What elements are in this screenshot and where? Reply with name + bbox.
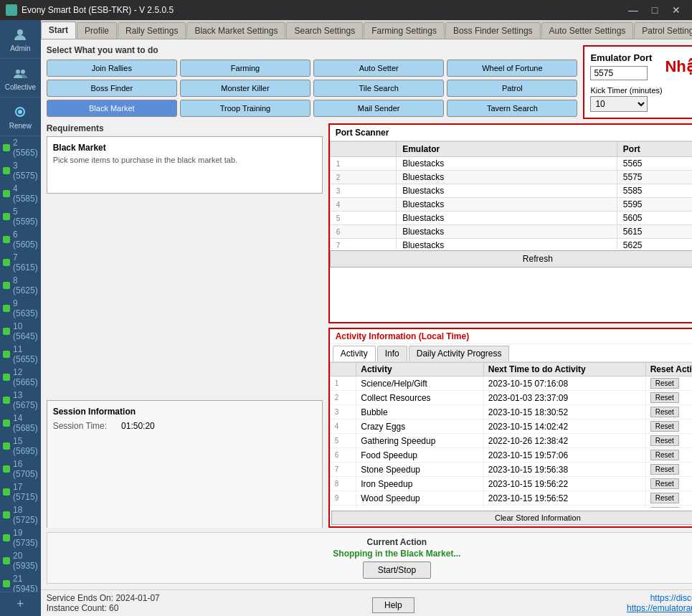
- discord-link[interactable]: https://discord.gg/rRthpfA: [627, 593, 692, 603]
- action-btn-patrol[interactable]: Patrol: [447, 80, 577, 97]
- maximize-button[interactable]: □: [645, 0, 665, 20]
- tab-profile[interactable]: Profile: [77, 22, 117, 39]
- sidebar-item-11[interactable]: 11 (5655): [0, 343, 41, 366]
- sidebar-item-9[interactable]: 9 (5635): [0, 297, 41, 320]
- session-title: Session Information: [53, 407, 316, 417]
- port-scanner-panel: Port Scanner Emulator Port: [328, 123, 692, 323]
- scanner-row[interactable]: 7Bluestacks5625: [330, 239, 692, 250]
- activity-row: 5Gathering Speedup2022-10-26 12:38:42Res…: [330, 434, 692, 448]
- activity-row: 9Wood Speedup2023-10-15 19:56:52Reset: [330, 491, 692, 506]
- sidebar-item-collective[interactable]: Collective: [0, 59, 41, 98]
- emulator-port-input[interactable]: [590, 66, 648, 80]
- reset-button[interactable]: Reset: [650, 378, 679, 389]
- num-indicator: [3, 259, 10, 266]
- sidebar-item-8[interactable]: 8 (5625): [0, 274, 41, 297]
- sidebar-add-button[interactable]: +: [0, 592, 41, 616]
- action-btn-troop-training[interactable]: Troop Training: [180, 100, 311, 117]
- close-button[interactable]: ✕: [666, 0, 686, 20]
- action-btn-monster-killer[interactable]: Monster Killer: [180, 80, 311, 97]
- activity-row: 2Collect Resources2023-01-03 23:37:09Res…: [330, 391, 692, 405]
- reset-button[interactable]: Reset: [650, 407, 679, 417]
- sidebar-item-admin[interactable]: Admin: [0, 20, 41, 59]
- tab-patrol-settings[interactable]: Patrol Settings: [634, 22, 692, 39]
- activity-row: 3Bubble2023-10-15 18:30:52Reset: [330, 405, 692, 420]
- action-btn-farming[interactable]: Farming: [180, 60, 311, 77]
- sidebar-item-16[interactable]: 16 (5705): [0, 458, 41, 480]
- act-col-num: [330, 363, 356, 376]
- num-indicator: [3, 442, 10, 450]
- sidebar-item-12[interactable]: 12 (5665): [0, 366, 41, 389]
- num-indicator: [3, 511, 10, 518]
- minimize-button[interactable]: —: [623, 0, 643, 20]
- tab-auto-setter-settings[interactable]: Auto Setter Settings: [541, 22, 634, 39]
- sidebar-item-17[interactable]: 17 (5715): [0, 480, 41, 503]
- action-btn-tile-search[interactable]: Tile Search: [313, 80, 444, 97]
- action-btn-join-rallies[interactable]: Join Rallies: [47, 60, 177, 77]
- tab-boss-finder-settings[interactable]: Boss Finder Settings: [445, 22, 541, 39]
- website-link[interactable]: https://emulatorautomation.com: [627, 603, 692, 613]
- sidebar-item-7[interactable]: 7 (5615): [0, 251, 41, 274]
- action-btn-mail-sender[interactable]: Mail Sender: [313, 100, 444, 117]
- activity-row: 1Science/Help/Gift2023-10-15 07:16:08Res…: [330, 376, 692, 391]
- sidebar-item-renew[interactable]: Renew: [0, 98, 41, 136]
- reset-button[interactable]: Reset: [650, 450, 679, 460]
- activity-scrollbar-row: Clear Stored Information: [330, 508, 692, 526]
- svg-point-1: [16, 70, 20, 74]
- action-btn-tavern-search[interactable]: Tavern Search: [447, 100, 577, 117]
- action-btn-wheel-of-fortune[interactable]: Wheel of Fortune: [447, 60, 577, 77]
- tab-rally-settings[interactable]: Rally Settings: [118, 22, 186, 39]
- sidebar-item-3[interactable]: 3 (5575): [0, 159, 41, 182]
- sidebar-item-18[interactable]: 18 (5725): [0, 503, 41, 526]
- scanner-row[interactable]: 3Bluestacks5585: [330, 184, 692, 198]
- tab-start[interactable]: Start: [41, 22, 76, 39]
- reset-button[interactable]: Reset: [650, 392, 679, 403]
- sidebar-item-15[interactable]: 15 (5695): [0, 435, 41, 458]
- scanner-row[interactable]: 6Bluestacks5615: [330, 225, 692, 239]
- tab-search-settings[interactable]: Search Settings: [286, 22, 363, 39]
- sidebar-item-5[interactable]: 5 (5595): [0, 205, 41, 228]
- activity-tab-activity[interactable]: Activity: [333, 346, 376, 361]
- admin-label: Admin: [10, 44, 30, 52]
- action-btn-boss-finder[interactable]: Boss Finder: [47, 80, 177, 97]
- activity-panel: Activity Information (Local Time) Activi…: [328, 328, 692, 528]
- activity-tab-daily-activity-progress[interactable]: Daily Activity Progress: [409, 346, 510, 361]
- clear-stored-button[interactable]: Clear Stored Information: [331, 511, 692, 525]
- refresh-button[interactable]: Refresh: [330, 250, 692, 267]
- scanner-row[interactable]: 2Bluestacks5575: [330, 171, 692, 184]
- requirements-panel: Requirements Black Market Pick some item…: [47, 123, 323, 396]
- sidebar-item-19[interactable]: 19 (5735): [0, 526, 41, 549]
- scanner-row[interactable]: 4Bluestacks5595: [330, 198, 692, 212]
- scanner-row[interactable]: 5Bluestacks5605: [330, 212, 692, 225]
- help-button[interactable]: Help: [372, 597, 414, 613]
- sidebar-item-20[interactable]: 20 (5935): [0, 549, 41, 572]
- action-btn-auto-setter[interactable]: Auto Setter: [313, 60, 444, 77]
- reset-button[interactable]: Reset: [650, 435, 679, 446]
- select-title: Select What you want to do: [47, 45, 578, 55]
- reset-button[interactable]: Reset: [650, 478, 679, 489]
- port-hint-text: Nhập port: [665, 57, 692, 76]
- reset-button[interactable]: Reset: [650, 464, 679, 475]
- current-action-label: Current Action: [52, 537, 692, 547]
- sidebar-item-6[interactable]: 6 (5605): [0, 228, 41, 251]
- select-panel: Select What you want to do Join RalliesF…: [47, 45, 578, 117]
- num-indicator: [3, 351, 10, 358]
- title-bar-controls: — □ ✕: [623, 0, 686, 20]
- reset-button[interactable]: Reset: [650, 421, 679, 432]
- sidebar-number-list: 2 (5565)3 (5575)4 (5585)5 (5595)6 (5605)…: [0, 136, 41, 592]
- sidebar-item-21[interactable]: 21 (5945): [0, 572, 41, 592]
- sidebar-item-13[interactable]: 13 (5675): [0, 389, 41, 412]
- sidebar-item-4[interactable]: 4 (5585): [0, 182, 41, 205]
- start-stop-button[interactable]: Start/Stop: [363, 561, 431, 579]
- sidebar-item-14[interactable]: 14 (5685): [0, 412, 41, 435]
- title-bar: Evony Smart Bot (ESB-TKR) - V 2.5.0.5 — …: [0, 0, 692, 20]
- tab-black-market-settings[interactable]: Black Market Settings: [186, 22, 285, 39]
- reset-button[interactable]: Reset: [650, 493, 679, 503]
- activity-tab-info[interactable]: Info: [377, 346, 407, 361]
- tab-farming-settings[interactable]: Farming Settings: [364, 22, 445, 39]
- sidebar-item-10[interactable]: 10 (5645): [0, 320, 41, 343]
- num-indicator: [3, 144, 10, 151]
- scanner-row[interactable]: 1Bluestacks5565: [330, 157, 692, 171]
- kick-timer-select[interactable]: 10 5 15 20: [590, 96, 648, 112]
- sidebar-item-2[interactable]: 2 (5565): [0, 136, 41, 159]
- action-btn-black-market[interactable]: Black Market: [47, 100, 177, 117]
